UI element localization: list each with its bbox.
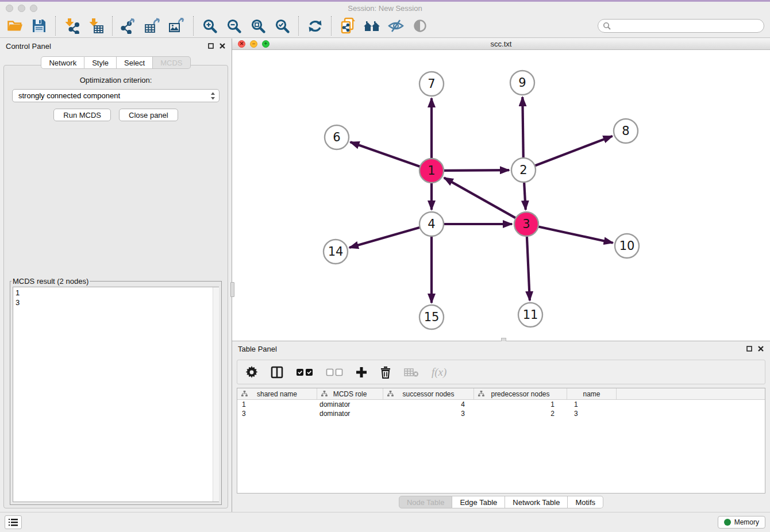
- column-header-successor-nodes[interactable]: successor nodes: [383, 388, 474, 399]
- node-14[interactable]: 14: [324, 240, 348, 264]
- svg-text:10: 10: [619, 239, 635, 253]
- column-header-name[interactable]: name: [567, 388, 617, 399]
- node-7[interactable]: 7: [419, 72, 444, 96]
- delete-table-icon[interactable]: [404, 368, 419, 377]
- table-settings-icon[interactable]: [245, 366, 258, 379]
- tab-select[interactable]: Select: [117, 56, 153, 69]
- refresh-network-icon[interactable]: [306, 17, 324, 34]
- function-builder-icon[interactable]: f(x): [432, 366, 446, 379]
- node-4[interactable]: 4: [419, 212, 444, 236]
- tab-edge-table[interactable]: Edge Table: [452, 496, 505, 508]
- criterion-value: strongly connected component: [18, 91, 210, 100]
- vertical-splitter-handle[interactable]: [230, 282, 234, 297]
- node-8[interactable]: 8: [614, 119, 638, 143]
- toolbar-separator: [331, 16, 332, 36]
- edge-1-6[interactable]: [351, 142, 422, 167]
- export-network-icon[interactable]: [120, 17, 138, 34]
- close-table-panel-icon[interactable]: [757, 345, 764, 352]
- table-cell[interactable]: 1: [237, 400, 317, 409]
- tab-motifs[interactable]: Motifs: [568, 496, 603, 508]
- table-cell[interactable]: 4: [383, 400, 474, 409]
- new-network-from-selection-icon[interactable]: [338, 17, 357, 34]
- first-neighbors-icon[interactable]: [363, 17, 381, 34]
- edge-1-2[interactable]: [442, 170, 509, 171]
- table-cell[interactable]: dominator: [317, 409, 383, 418]
- edge-2-9[interactable]: [522, 97, 523, 159]
- node-9[interactable]: 9: [510, 71, 534, 95]
- edge-3-10[interactable]: [537, 226, 613, 243]
- run-mcds-button[interactable]: Run MCDS: [53, 109, 111, 121]
- table-row[interactable]: 1dominator411: [237, 400, 765, 409]
- tab-node-table[interactable]: Node Table: [399, 496, 453, 508]
- zoom-selected-icon[interactable]: [273, 17, 291, 34]
- zoom-out-icon[interactable]: [225, 17, 243, 34]
- criterion-dropdown[interactable]: strongly connected component: [12, 89, 220, 102]
- edge-3-11[interactable]: [527, 235, 530, 300]
- toolbar-separator: [298, 16, 299, 36]
- table-row[interactable]: 3dominator323: [237, 409, 765, 418]
- svg-text:6: 6: [333, 130, 340, 144]
- table-cell[interactable]: 3: [567, 409, 617, 418]
- import-table-icon[interactable]: [87, 17, 105, 34]
- zoom-fit-icon[interactable]: [249, 17, 267, 34]
- deselect-all-icon[interactable]: [326, 368, 343, 376]
- network-window-title: scc.txt: [232, 40, 770, 48]
- show-all-icon[interactable]: [411, 17, 429, 34]
- open-file-icon[interactable]: [6, 17, 24, 34]
- add-column-icon[interactable]: [356, 367, 367, 378]
- export-table-icon[interactable]: [144, 17, 162, 34]
- toolbar-separator: [112, 16, 113, 36]
- node-1[interactable]: 1: [419, 159, 444, 183]
- table-cell[interactable]: dominator: [317, 400, 383, 409]
- tab-network[interactable]: Network: [41, 56, 84, 69]
- import-network-icon[interactable]: [63, 17, 81, 34]
- mcds-result-scrollbar[interactable]: [213, 287, 219, 502]
- save-session-icon[interactable]: [30, 17, 48, 34]
- node-table[interactable]: shared nameMCDS rolesuccessor nodesprede…: [237, 388, 765, 494]
- search-field[interactable]: [598, 19, 764, 33]
- edge-2-3[interactable]: [524, 181, 526, 210]
- node-3[interactable]: 3: [514, 212, 538, 236]
- close-panel-icon[interactable]: [219, 43, 226, 49]
- table-cell[interactable]: 3: [383, 409, 474, 418]
- node-10[interactable]: 10: [615, 234, 639, 258]
- column-header-predecessor-nodes[interactable]: predecessor nodes: [474, 388, 567, 399]
- edge-4-14[interactable]: [349, 227, 421, 248]
- column-header-shared-name[interactable]: shared name: [237, 388, 317, 399]
- tab-mcds[interactable]: MCDS: [153, 56, 190, 69]
- float-table-panel-icon[interactable]: [746, 345, 753, 352]
- node-15[interactable]: 15: [419, 305, 444, 329]
- search-input[interactable]: [611, 22, 759, 30]
- close-panel-button[interactable]: Close panel: [119, 109, 178, 121]
- node-6[interactable]: 6: [325, 125, 349, 149]
- export-image-icon[interactable]: [168, 17, 186, 34]
- zoom-in-icon[interactable]: [201, 17, 219, 34]
- network-canvas[interactable]: 7968124314101511: [232, 50, 770, 341]
- tab-network-table[interactable]: Network Table: [505, 496, 568, 508]
- select-all-icon[interactable]: [296, 368, 313, 376]
- window-titlebar: Session: New Session: [0, 2, 770, 14]
- edge-3-1[interactable]: [444, 178, 517, 218]
- show-columns-icon[interactable]: [271, 366, 283, 379]
- node-table-body: 1dominator4113dominator323: [237, 400, 765, 418]
- column-header-MCDS-role[interactable]: MCDS role: [317, 388, 383, 399]
- table-cell[interactable]: 2: [474, 409, 567, 418]
- svg-text:1: 1: [428, 164, 435, 178]
- tab-style[interactable]: Style: [84, 56, 117, 69]
- node-2[interactable]: 2: [511, 158, 536, 182]
- table-cell[interactable]: 1: [567, 400, 617, 409]
- hide-selected-icon[interactable]: [387, 17, 405, 34]
- control-panel: Control Panel NetworkStyleSelectMCDS Opt…: [0, 38, 232, 512]
- memory-button[interactable]: Memory: [718, 516, 765, 529]
- svg-text:7: 7: [428, 77, 435, 91]
- table-cell[interactable]: 3: [237, 409, 317, 418]
- mcds-result-text[interactable]: 1 3: [13, 287, 219, 502]
- float-panel-icon[interactable]: [207, 43, 214, 49]
- task-history-button[interactable]: [5, 515, 22, 529]
- svg-text:15: 15: [424, 310, 440, 324]
- edge-2-8[interactable]: [534, 136, 613, 166]
- table-cell[interactable]: 1: [474, 400, 567, 409]
- network-graph[interactable]: 7968124314101511: [232, 50, 769, 338]
- delete-selected-icon[interactable]: [380, 366, 391, 379]
- node-11[interactable]: 11: [518, 303, 542, 327]
